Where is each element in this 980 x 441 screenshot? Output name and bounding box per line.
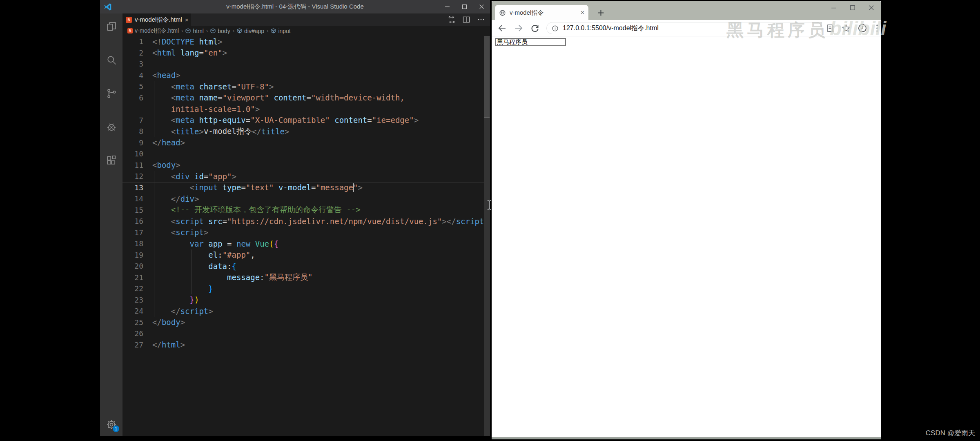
run-debug-icon[interactable] [106,121,117,133]
code-line[interactable]: 25</body> [122,317,490,328]
code-text[interactable]: </head> [147,137,490,149]
extensions-icon[interactable] [106,155,117,166]
code-line[interactable]: 22 } [122,283,490,294]
breadcrumb-item-div-app[interactable]: div#app [237,28,264,34]
code-text[interactable]: </div> [147,193,490,205]
code-line[interactable]: 17 <script> [122,227,490,238]
code-line[interactable]: 1<!DOCTYPE html> [122,36,490,47]
forward-icon[interactable] [514,23,523,33]
new-tab-button[interactable] [595,7,607,19]
code-line[interactable]: 20 data:{ [122,261,490,272]
vscode-close-button[interactable] [473,0,490,13]
code-text[interactable]: }) [147,294,490,306]
code-text[interactable]: <title>v-model指令</title> [147,126,490,137]
code-text[interactable] [147,58,490,70]
source-control-icon[interactable] [106,88,117,99]
menu-icon[interactable] [872,23,882,33]
search-icon[interactable] [106,54,117,66]
code-line[interactable]: 19 el:"#app", [122,249,490,261]
bookmark-star-icon[interactable] [841,23,851,33]
breadcrumb-item-input[interactable]: input [271,28,290,34]
refresh-icon[interactable] [530,23,540,33]
code-text[interactable]: var app = new Vue({ [147,238,490,249]
code-line[interactable]: 9</head> [122,137,490,149]
editor-scrollbar[interactable] [484,36,490,436]
code-line[interactable]: 18 var app = new Vue({ [122,238,490,249]
explorer-icon[interactable] [106,21,117,32]
code-text[interactable]: <div id="app"> [147,171,490,182]
page-info-icon[interactable] [552,25,559,32]
code-line[interactable]: 23 }) [122,294,490,306]
code-line[interactable]: 27</html> [122,339,490,351]
code-text[interactable]: <!-- 开发环境版本，包含了有帮助的命令行警告 --> [147,205,490,216]
profile-icon[interactable] [858,23,867,33]
split-editor-icon[interactable] [462,16,470,24]
code-line-current[interactable]: 13 <input type="text" v-model="message"> [122,182,490,194]
code-text[interactable]: <meta name="viewport" content="width=dev… [147,92,490,104]
code-text[interactable]: <html lang="en"> [147,47,490,59]
url-text[interactable]: 127.0.0.1:5500/v-model指令.html [563,24,659,33]
code-token: > [414,116,419,125]
breadcrumb-item-html[interactable]: html [185,28,203,34]
code-line[interactable]: 5 <meta charset="UTF-8"> [122,81,490,92]
code-text[interactable] [147,328,490,339]
code-editor[interactable]: 1<!DOCTYPE html>2<html lang="en">34<head… [122,36,490,436]
indent-guide [173,238,173,249]
code-line[interactable]: 21 message:"黑马程序员" [122,272,490,283]
code-line[interactable]: 7 <meta http-equiv="X-UA-Compatible" con… [122,115,490,126]
code-line[interactable]: 8 <title>v-model指令</title> [122,126,490,137]
code-line[interactable]: 3 [122,58,490,70]
vscode-minimize-button[interactable] [439,0,456,13]
code-text[interactable]: <head> [147,70,490,81]
code-line[interactable]: 10 [122,148,490,160]
code-line[interactable]: 12 <div id="app"> [122,171,490,182]
code-text[interactable]: <input type="text" v-model="message"> [147,183,490,193]
code-line[interactable]: initial-scale=1.0"> [122,103,490,115]
extension-icon[interactable] [826,23,835,33]
tab-close-icon[interactable]: × [185,16,189,23]
browser-close-button[interactable] [867,4,875,12]
code-line[interactable]: 11<body> [122,160,490,171]
browser-maximize-button[interactable] [849,4,857,12]
code-text[interactable]: <meta charset="UTF-8"> [147,81,490,92]
code-line[interactable]: 15 <!-- 开发环境版本，包含了有帮助的命令行警告 --> [122,205,490,216]
browser-tab[interactable]: v-model指令 × [495,5,588,20]
indent-guide [173,249,173,261]
code-line[interactable]: 6 <meta name="viewport" content="width=d… [122,92,490,104]
code-text[interactable]: message:"黑马程序员" [147,272,490,283]
breadcrumb-item-v-model-html[interactable]: 5v-model指令.html [127,27,179,35]
code-text[interactable]: <script src="https://cdn.jsdelivr.net/np… [147,216,490,227]
open-changes-icon[interactable] [448,16,456,24]
code-text[interactable]: </script> [147,305,490,317]
indent-guide [154,81,154,92]
code-text[interactable]: initial-scale=1.0"> [147,103,490,115]
code-line[interactable]: 2<html lang="en"> [122,47,490,59]
scrollbar-thumb[interactable] [484,36,490,118]
browser-tab-close-icon[interactable]: × [581,9,584,16]
browser-minimize-button[interactable] [830,4,838,12]
more-actions-icon[interactable] [477,16,485,24]
code-text[interactable]: data:{ [147,261,490,272]
vscode-maximize-button[interactable] [456,0,473,13]
page-text-input[interactable] [495,38,566,46]
code-text[interactable]: </html> [147,339,490,351]
code-text[interactable]: <!DOCTYPE html> [147,36,490,47]
code-line[interactable]: 14 </div> [122,193,490,205]
code-text[interactable]: <script> [147,227,490,238]
code-token: type [218,183,241,192]
editor-tab[interactable]: 5 v-model指令.html × [122,13,191,26]
code-line[interactable]: 16 <script src="https://cdn.jsdelivr.net… [122,216,490,227]
code-text[interactable]: </body> [147,317,490,328]
code-text[interactable]: <meta http-equiv="X-UA-Compatible" conte… [147,115,490,126]
code-text[interactable]: <body> [147,160,490,171]
breadcrumb-item-body[interactable]: body [210,28,230,34]
code-text[interactable]: el:"#app", [147,249,490,261]
code-text[interactable] [147,148,490,160]
code-token: = [232,82,236,91]
code-text[interactable]: } [147,283,490,294]
code-line[interactable]: 24 </script> [122,305,490,317]
back-icon[interactable] [497,23,507,33]
code-line[interactable]: 4<head> [122,70,490,81]
code-line[interactable]: 26 [122,328,490,339]
address-bar[interactable]: 127.0.0.1:5500/v-model指令.html [546,22,822,34]
